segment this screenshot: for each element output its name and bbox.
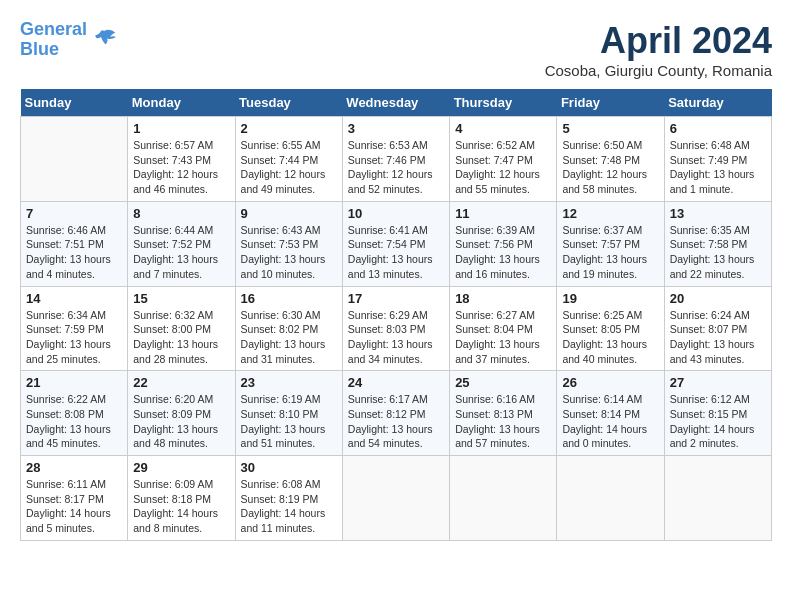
day-number: 4 [455, 121, 551, 136]
calendar-cell: 16 Sunrise: 6:30 AM Sunset: 8:02 PM Dayl… [235, 286, 342, 371]
day-number: 28 [26, 460, 122, 475]
day-number: 27 [670, 375, 766, 390]
day-number: 3 [348, 121, 444, 136]
weekday-header: Monday [128, 89, 235, 117]
cell-info: Sunrise: 6:35 AM Sunset: 7:58 PM Dayligh… [670, 223, 766, 282]
day-number: 8 [133, 206, 229, 221]
day-number: 7 [26, 206, 122, 221]
cell-info: Sunrise: 6:09 AM Sunset: 8:18 PM Dayligh… [133, 477, 229, 536]
cell-info: Sunrise: 6:53 AM Sunset: 7:46 PM Dayligh… [348, 138, 444, 197]
cell-info: Sunrise: 6:32 AM Sunset: 8:00 PM Dayligh… [133, 308, 229, 367]
calendar-cell: 27 Sunrise: 6:12 AM Sunset: 8:15 PM Dayl… [664, 371, 771, 456]
day-number: 15 [133, 291, 229, 306]
day-number: 14 [26, 291, 122, 306]
calendar-cell: 2 Sunrise: 6:55 AM Sunset: 7:44 PM Dayli… [235, 117, 342, 202]
day-number: 10 [348, 206, 444, 221]
cell-info: Sunrise: 6:20 AM Sunset: 8:09 PM Dayligh… [133, 392, 229, 451]
calendar-cell: 5 Sunrise: 6:50 AM Sunset: 7:48 PM Dayli… [557, 117, 664, 202]
calendar-cell: 9 Sunrise: 6:43 AM Sunset: 7:53 PM Dayli… [235, 201, 342, 286]
cell-info: Sunrise: 6:43 AM Sunset: 7:53 PM Dayligh… [241, 223, 337, 282]
calendar-cell: 4 Sunrise: 6:52 AM Sunset: 7:47 PM Dayli… [450, 117, 557, 202]
calendar-week-row: 14 Sunrise: 6:34 AM Sunset: 7:59 PM Dayl… [21, 286, 772, 371]
calendar-week-row: 7 Sunrise: 6:46 AM Sunset: 7:51 PM Dayli… [21, 201, 772, 286]
cell-info: Sunrise: 6:57 AM Sunset: 7:43 PM Dayligh… [133, 138, 229, 197]
calendar-cell: 20 Sunrise: 6:24 AM Sunset: 8:07 PM Dayl… [664, 286, 771, 371]
calendar-cell: 25 Sunrise: 6:16 AM Sunset: 8:13 PM Dayl… [450, 371, 557, 456]
day-number: 25 [455, 375, 551, 390]
day-number: 22 [133, 375, 229, 390]
calendar-table: SundayMondayTuesdayWednesdayThursdayFrid… [20, 89, 772, 541]
day-number: 11 [455, 206, 551, 221]
weekday-header: Thursday [450, 89, 557, 117]
day-number: 12 [562, 206, 658, 221]
day-number: 24 [348, 375, 444, 390]
calendar-cell: 13 Sunrise: 6:35 AM Sunset: 7:58 PM Dayl… [664, 201, 771, 286]
day-number: 18 [455, 291, 551, 306]
calendar-cell [342, 456, 449, 541]
calendar-week-row: 21 Sunrise: 6:22 AM Sunset: 8:08 PM Dayl… [21, 371, 772, 456]
cell-info: Sunrise: 6:19 AM Sunset: 8:10 PM Dayligh… [241, 392, 337, 451]
month-title: April 2024 [545, 20, 772, 62]
calendar-cell: 7 Sunrise: 6:46 AM Sunset: 7:51 PM Dayli… [21, 201, 128, 286]
cell-info: Sunrise: 6:11 AM Sunset: 8:17 PM Dayligh… [26, 477, 122, 536]
calendar-week-row: 1 Sunrise: 6:57 AM Sunset: 7:43 PM Dayli… [21, 117, 772, 202]
calendar-cell [450, 456, 557, 541]
cell-info: Sunrise: 6:14 AM Sunset: 8:14 PM Dayligh… [562, 392, 658, 451]
calendar-cell: 18 Sunrise: 6:27 AM Sunset: 8:04 PM Dayl… [450, 286, 557, 371]
cell-info: Sunrise: 6:55 AM Sunset: 7:44 PM Dayligh… [241, 138, 337, 197]
calendar-week-row: 28 Sunrise: 6:11 AM Sunset: 8:17 PM Dayl… [21, 456, 772, 541]
cell-info: Sunrise: 6:52 AM Sunset: 7:47 PM Dayligh… [455, 138, 551, 197]
calendar-cell: 21 Sunrise: 6:22 AM Sunset: 8:08 PM Dayl… [21, 371, 128, 456]
day-number: 30 [241, 460, 337, 475]
cell-info: Sunrise: 6:17 AM Sunset: 8:12 PM Dayligh… [348, 392, 444, 451]
calendar-cell: 24 Sunrise: 6:17 AM Sunset: 8:12 PM Dayl… [342, 371, 449, 456]
location: Cosoba, Giurgiu County, Romania [545, 62, 772, 79]
calendar-cell [557, 456, 664, 541]
cell-info: Sunrise: 6:22 AM Sunset: 8:08 PM Dayligh… [26, 392, 122, 451]
calendar-cell: 12 Sunrise: 6:37 AM Sunset: 7:57 PM Dayl… [557, 201, 664, 286]
cell-info: Sunrise: 6:48 AM Sunset: 7:49 PM Dayligh… [670, 138, 766, 197]
day-number: 23 [241, 375, 337, 390]
calendar-cell: 6 Sunrise: 6:48 AM Sunset: 7:49 PM Dayli… [664, 117, 771, 202]
weekday-header: Wednesday [342, 89, 449, 117]
weekday-header: Sunday [21, 89, 128, 117]
calendar-cell: 19 Sunrise: 6:25 AM Sunset: 8:05 PM Dayl… [557, 286, 664, 371]
logo-text: General Blue [20, 20, 87, 60]
title-area: April 2024 Cosoba, Giurgiu County, Roman… [545, 20, 772, 79]
day-number: 29 [133, 460, 229, 475]
weekday-header-row: SundayMondayTuesdayWednesdayThursdayFrid… [21, 89, 772, 117]
day-number: 21 [26, 375, 122, 390]
day-number: 13 [670, 206, 766, 221]
cell-info: Sunrise: 6:41 AM Sunset: 7:54 PM Dayligh… [348, 223, 444, 282]
calendar-cell: 8 Sunrise: 6:44 AM Sunset: 7:52 PM Dayli… [128, 201, 235, 286]
day-number: 26 [562, 375, 658, 390]
cell-info: Sunrise: 6:37 AM Sunset: 7:57 PM Dayligh… [562, 223, 658, 282]
day-number: 6 [670, 121, 766, 136]
calendar-cell: 10 Sunrise: 6:41 AM Sunset: 7:54 PM Dayl… [342, 201, 449, 286]
cell-info: Sunrise: 6:08 AM Sunset: 8:19 PM Dayligh… [241, 477, 337, 536]
calendar-cell: 29 Sunrise: 6:09 AM Sunset: 8:18 PM Dayl… [128, 456, 235, 541]
cell-info: Sunrise: 6:25 AM Sunset: 8:05 PM Dayligh… [562, 308, 658, 367]
calendar-cell [664, 456, 771, 541]
calendar-cell: 17 Sunrise: 6:29 AM Sunset: 8:03 PM Dayl… [342, 286, 449, 371]
weekday-header: Friday [557, 89, 664, 117]
day-number: 19 [562, 291, 658, 306]
calendar-cell: 1 Sunrise: 6:57 AM Sunset: 7:43 PM Dayli… [128, 117, 235, 202]
calendar-cell: 22 Sunrise: 6:20 AM Sunset: 8:09 PM Dayl… [128, 371, 235, 456]
calendar-cell: 30 Sunrise: 6:08 AM Sunset: 8:19 PM Dayl… [235, 456, 342, 541]
day-number: 5 [562, 121, 658, 136]
calendar-cell: 3 Sunrise: 6:53 AM Sunset: 7:46 PM Dayli… [342, 117, 449, 202]
cell-info: Sunrise: 6:39 AM Sunset: 7:56 PM Dayligh… [455, 223, 551, 282]
day-number: 17 [348, 291, 444, 306]
weekday-header: Saturday [664, 89, 771, 117]
day-number: 1 [133, 121, 229, 136]
cell-info: Sunrise: 6:30 AM Sunset: 8:02 PM Dayligh… [241, 308, 337, 367]
calendar-cell: 28 Sunrise: 6:11 AM Sunset: 8:17 PM Dayl… [21, 456, 128, 541]
day-number: 20 [670, 291, 766, 306]
cell-info: Sunrise: 6:24 AM Sunset: 8:07 PM Dayligh… [670, 308, 766, 367]
cell-info: Sunrise: 6:50 AM Sunset: 7:48 PM Dayligh… [562, 138, 658, 197]
day-number: 16 [241, 291, 337, 306]
day-number: 2 [241, 121, 337, 136]
cell-info: Sunrise: 6:44 AM Sunset: 7:52 PM Dayligh… [133, 223, 229, 282]
calendar-cell: 15 Sunrise: 6:32 AM Sunset: 8:00 PM Dayl… [128, 286, 235, 371]
